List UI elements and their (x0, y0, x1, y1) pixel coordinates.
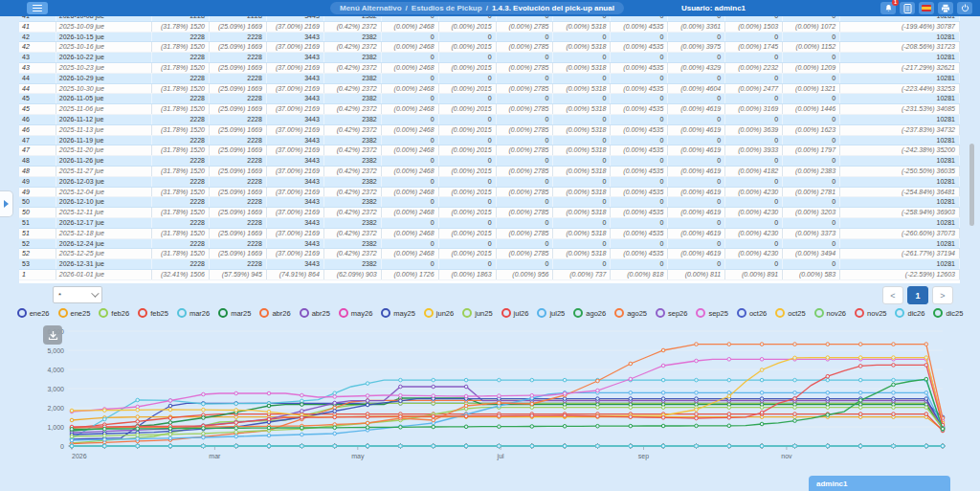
table-row[interactable]: 512025-12-18 jue(31.78%) 1520(25.09%) 16… (19, 228, 960, 238)
legend-item-jun26[interactable]: jun26 (424, 308, 454, 318)
legend-ring-icon (696, 308, 705, 318)
next-page-button[interactable]: > (932, 286, 953, 304)
table-row[interactable]: 462026-11-12 jue222822283443238200000000… (19, 114, 960, 124)
legend-item-ago25[interactable]: ago25 (614, 308, 647, 318)
legend-item-sep25[interactable]: sep25 (696, 308, 727, 318)
table-row[interactable]: 462025-11-13 jue(31.78%) 1520(25.09%) 16… (19, 124, 960, 135)
table-row[interactable]: 432026-10-22 jue222822283443238200000000… (19, 53, 960, 63)
legend-ring-icon (300, 308, 309, 318)
pickup-table: 412026-10-08 jue222822283443238200000000… (19, 16, 960, 283)
table-row[interactable]: 492026-12-03 jue222822283443238200000000… (19, 176, 960, 187)
breadcrumb-menu-alternativo[interactable]: Menú Alternativo (340, 4, 402, 12)
legend-item-jul25[interactable]: jul25 (537, 308, 565, 318)
breadcrumb-estudios-pickup[interactable]: Estudios de Pickup (412, 4, 482, 12)
svg-text:mar: mar (209, 453, 221, 459)
table-row[interactable]: 522026-12-24 jue222822283443238200000000… (19, 238, 960, 249)
legend-item-mar25[interactable]: mar25 (218, 308, 251, 318)
top-icon-group: 1 (880, 2, 972, 14)
bell-icon (884, 4, 893, 12)
language-button[interactable] (919, 2, 934, 14)
table-row[interactable]: 452025-11-06 jue(31.78%) 1520(25.09%) 16… (19, 104, 960, 115)
table-row[interactable]: 442025-10-30 jue(31.78%) 1520(25.09%) 16… (19, 83, 960, 94)
legend-ring-icon (501, 308, 511, 318)
table-row[interactable]: 442026-10-29 jue222822283443238200000000… (19, 73, 960, 83)
legend-ring-icon (462, 308, 472, 318)
legend-item-oct26[interactable]: oct26 (737, 308, 767, 318)
svg-text:3,000: 3,000 (47, 386, 64, 392)
menu-button[interactable] (27, 2, 48, 14)
legend-item-dic25[interactable]: dic25 (933, 308, 963, 318)
page-size-select[interactable]: * (53, 286, 102, 303)
table-row[interactable]: 482025-11-27 jue(31.78%) 1520(25.09%) 16… (19, 166, 960, 176)
svg-text:5,000: 5,000 (47, 347, 64, 354)
chart-download-button[interactable] (43, 325, 62, 345)
current-page-button[interactable]: 1 (907, 286, 928, 304)
table-row[interactable]: 512026-12-17 jue222822283443238200000000… (19, 217, 960, 228)
legend-ring-icon (573, 308, 583, 318)
legend-item-ago26[interactable]: ago26 (573, 308, 606, 318)
table-row[interactable]: 502026-12-10 jue222822283443238200000000… (19, 197, 960, 208)
legend-item-abr26[interactable]: abr26 (259, 308, 290, 318)
legend-ring-icon (424, 308, 434, 318)
legend-ring-icon (339, 308, 348, 318)
legend-ring-icon (381, 308, 390, 318)
spain-flag-icon (922, 5, 931, 11)
legend-item-sep26[interactable]: sep26 (656, 308, 687, 318)
legend-ring-icon (933, 308, 943, 318)
legend-item-may26[interactable]: may26 (339, 308, 373, 318)
table-row[interactable]: 472025-11-20 jue(31.78%) 1520(25.09%) 16… (19, 145, 960, 156)
legend-ring-icon (814, 308, 824, 318)
svg-text:nov: nov (781, 453, 792, 459)
svg-text:sep: sep (638, 453, 649, 460)
svg-text:1,000: 1,000 (47, 424, 64, 431)
legend-ring-icon (537, 308, 546, 318)
table-row[interactable]: 422026-10-15 jue222822283443238200000000… (19, 32, 960, 42)
legend-item-ene25[interactable]: ene25 (58, 308, 91, 318)
log-list-icon (903, 4, 912, 13)
table-row[interactable]: 492025-12-04 jue(31.78%) 1520(25.09%) 16… (19, 187, 960, 197)
power-button[interactable] (957, 2, 972, 14)
legend-item-may25[interactable]: may25 (381, 308, 415, 318)
svg-text:jul: jul (497, 453, 504, 460)
table-row[interactable]: 452026-11-05 jue222822283443238200000000… (19, 94, 960, 104)
notifications-button[interactable]: 1 (880, 2, 896, 14)
legend-item-feb25[interactable]: feb25 (138, 308, 168, 318)
chart-legend: ene26ene25feb26feb25mar26mar25abr26abr25… (0, 308, 980, 318)
chevron-right-icon (4, 200, 9, 208)
legend-item-nov26[interactable]: nov26 (814, 308, 846, 318)
table-row[interactable]: 502025-12-11 jue(31.78%) 1520(25.09%) 16… (19, 208, 960, 218)
table-scrollbar[interactable] (969, 144, 974, 226)
hamburger-icon (33, 5, 42, 6)
svg-text:2026: 2026 (72, 453, 87, 459)
legend-item-nov25[interactable]: nov25 (855, 308, 886, 318)
legend-item-abr25[interactable]: abr25 (300, 308, 330, 318)
table-row[interactable]: 532026-12-31 jue222822283443238200000000… (19, 259, 960, 270)
svg-text:4,000: 4,000 (47, 367, 64, 373)
legend-item-mar26[interactable]: mar26 (177, 308, 210, 318)
svg-text:0: 0 (60, 443, 64, 450)
legend-ring-icon (737, 308, 746, 318)
legend-item-jul26[interactable]: jul26 (501, 308, 529, 318)
power-icon (961, 4, 969, 12)
table-row[interactable]: 12026-01-01 jue(32.41%) 1506(57.59%) 945… (19, 269, 960, 279)
legend-item-feb26[interactable]: feb26 (99, 308, 129, 318)
legend-ring-icon (855, 308, 864, 318)
legend-item-oct25[interactable]: oct25 (775, 308, 805, 318)
legend-item-jun25[interactable]: jun25 (462, 308, 492, 318)
table-row[interactable]: 482026-11-26 jue222822283443238200000000… (19, 156, 960, 167)
prev-page-button[interactable]: < (882, 286, 903, 304)
table-row[interactable]: 422025-10-16 jue(31.78%) 1520(25.09%) 16… (19, 42, 960, 53)
legend-item-dic26[interactable]: dic26 (895, 308, 924, 318)
sidebar-expand-button[interactable] (0, 190, 13, 217)
download-icon (48, 330, 58, 341)
legend-item-ene26[interactable]: ene26 (17, 308, 50, 318)
table-row[interactable]: 472026-11-19 jue222822283443238200000000… (19, 135, 960, 145)
table-row[interactable]: 432025-10-23 jue(31.78%) 1520(25.09%) 16… (19, 62, 960, 73)
print-button[interactable] (938, 2, 953, 14)
chevron-down-icon (91, 289, 99, 297)
table-row[interactable]: 522025-12-25 jue(31.78%) 1520(25.09%) 16… (19, 249, 960, 259)
table-row[interactable]: 412025-10-09 jue(31.78%) 1520(25.09%) 16… (19, 21, 960, 32)
legend-ring-icon (218, 308, 228, 318)
svg-text:may: may (351, 453, 365, 460)
log-button[interactable] (900, 2, 915, 14)
